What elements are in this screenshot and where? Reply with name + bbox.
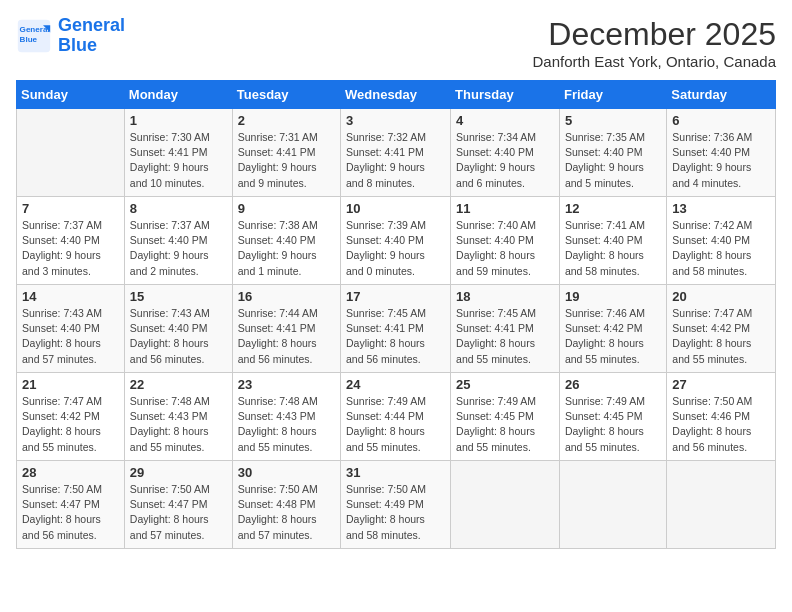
location-title: Danforth East York, Ontario, Canada <box>533 53 776 70</box>
calendar-cell <box>451 461 560 549</box>
day-info: Sunrise: 7:48 AM Sunset: 4:43 PM Dayligh… <box>130 394 227 455</box>
day-info: Sunrise: 7:45 AM Sunset: 4:41 PM Dayligh… <box>346 306 445 367</box>
day-number: 8 <box>130 201 227 216</box>
calendar-cell: 20Sunrise: 7:47 AM Sunset: 4:42 PM Dayli… <box>667 285 776 373</box>
day-info: Sunrise: 7:37 AM Sunset: 4:40 PM Dayligh… <box>130 218 227 279</box>
day-number: 29 <box>130 465 227 480</box>
day-number: 22 <box>130 377 227 392</box>
day-info: Sunrise: 7:37 AM Sunset: 4:40 PM Dayligh… <box>22 218 119 279</box>
day-number: 31 <box>346 465 445 480</box>
weekday-header-cell: Saturday <box>667 81 776 109</box>
calendar-cell: 29Sunrise: 7:50 AM Sunset: 4:47 PM Dayli… <box>124 461 232 549</box>
calendar-cell: 5Sunrise: 7:35 AM Sunset: 4:40 PM Daylig… <box>559 109 666 197</box>
calendar-cell: 15Sunrise: 7:43 AM Sunset: 4:40 PM Dayli… <box>124 285 232 373</box>
day-number: 4 <box>456 113 554 128</box>
day-number: 9 <box>238 201 335 216</box>
day-info: Sunrise: 7:32 AM Sunset: 4:41 PM Dayligh… <box>346 130 445 191</box>
day-number: 26 <box>565 377 661 392</box>
svg-text:Blue: Blue <box>20 35 38 44</box>
calendar-cell: 18Sunrise: 7:45 AM Sunset: 4:41 PM Dayli… <box>451 285 560 373</box>
day-info: Sunrise: 7:46 AM Sunset: 4:42 PM Dayligh… <box>565 306 661 367</box>
day-number: 1 <box>130 113 227 128</box>
calendar-cell: 28Sunrise: 7:50 AM Sunset: 4:47 PM Dayli… <box>17 461 125 549</box>
calendar-cell: 14Sunrise: 7:43 AM Sunset: 4:40 PM Dayli… <box>17 285 125 373</box>
day-info: Sunrise: 7:50 AM Sunset: 4:48 PM Dayligh… <box>238 482 335 543</box>
day-number: 17 <box>346 289 445 304</box>
calendar-week-row: 14Sunrise: 7:43 AM Sunset: 4:40 PM Dayli… <box>17 285 776 373</box>
day-number: 25 <box>456 377 554 392</box>
day-info: Sunrise: 7:38 AM Sunset: 4:40 PM Dayligh… <box>238 218 335 279</box>
day-number: 3 <box>346 113 445 128</box>
calendar-week-row: 28Sunrise: 7:50 AM Sunset: 4:47 PM Dayli… <box>17 461 776 549</box>
logo-text: General Blue <box>58 16 125 56</box>
weekday-header-cell: Sunday <box>17 81 125 109</box>
calendar-cell: 4Sunrise: 7:34 AM Sunset: 4:40 PM Daylig… <box>451 109 560 197</box>
day-number: 7 <box>22 201 119 216</box>
day-info: Sunrise: 7:47 AM Sunset: 4:42 PM Dayligh… <box>672 306 770 367</box>
day-info: Sunrise: 7:47 AM Sunset: 4:42 PM Dayligh… <box>22 394 119 455</box>
calendar-cell: 17Sunrise: 7:45 AM Sunset: 4:41 PM Dayli… <box>341 285 451 373</box>
calendar-cell: 19Sunrise: 7:46 AM Sunset: 4:42 PM Dayli… <box>559 285 666 373</box>
weekday-header-cell: Tuesday <box>232 81 340 109</box>
day-info: Sunrise: 7:50 AM Sunset: 4:46 PM Dayligh… <box>672 394 770 455</box>
weekday-header-cell: Friday <box>559 81 666 109</box>
calendar-cell: 6Sunrise: 7:36 AM Sunset: 4:40 PM Daylig… <box>667 109 776 197</box>
page-header: General Blue General Blue December 2025 … <box>16 16 776 70</box>
logo-icon: General Blue <box>16 18 52 54</box>
day-number: 18 <box>456 289 554 304</box>
day-number: 5 <box>565 113 661 128</box>
calendar-week-row: 21Sunrise: 7:47 AM Sunset: 4:42 PM Dayli… <box>17 373 776 461</box>
calendar-cell: 3Sunrise: 7:32 AM Sunset: 4:41 PM Daylig… <box>341 109 451 197</box>
day-info: Sunrise: 7:41 AM Sunset: 4:40 PM Dayligh… <box>565 218 661 279</box>
day-number: 10 <box>346 201 445 216</box>
day-info: Sunrise: 7:35 AM Sunset: 4:40 PM Dayligh… <box>565 130 661 191</box>
logo-line2: Blue <box>58 35 97 55</box>
day-info: Sunrise: 7:36 AM Sunset: 4:40 PM Dayligh… <box>672 130 770 191</box>
day-number: 30 <box>238 465 335 480</box>
title-area: December 2025 Danforth East York, Ontari… <box>533 16 776 70</box>
logo-line1: General <box>58 15 125 35</box>
calendar-cell: 27Sunrise: 7:50 AM Sunset: 4:46 PM Dayli… <box>667 373 776 461</box>
weekday-header-cell: Wednesday <box>341 81 451 109</box>
day-number: 12 <box>565 201 661 216</box>
day-number: 2 <box>238 113 335 128</box>
calendar-cell: 16Sunrise: 7:44 AM Sunset: 4:41 PM Dayli… <box>232 285 340 373</box>
calendar-cell: 25Sunrise: 7:49 AM Sunset: 4:45 PM Dayli… <box>451 373 560 461</box>
calendar-cell: 22Sunrise: 7:48 AM Sunset: 4:43 PM Dayli… <box>124 373 232 461</box>
day-info: Sunrise: 7:49 AM Sunset: 4:45 PM Dayligh… <box>565 394 661 455</box>
day-number: 21 <box>22 377 119 392</box>
calendar-cell <box>559 461 666 549</box>
day-info: Sunrise: 7:50 AM Sunset: 4:47 PM Dayligh… <box>22 482 119 543</box>
day-info: Sunrise: 7:43 AM Sunset: 4:40 PM Dayligh… <box>22 306 119 367</box>
day-number: 23 <box>238 377 335 392</box>
calendar-body: 1Sunrise: 7:30 AM Sunset: 4:41 PM Daylig… <box>17 109 776 549</box>
day-info: Sunrise: 7:48 AM Sunset: 4:43 PM Dayligh… <box>238 394 335 455</box>
calendar-cell: 7Sunrise: 7:37 AM Sunset: 4:40 PM Daylig… <box>17 197 125 285</box>
calendar-cell: 26Sunrise: 7:49 AM Sunset: 4:45 PM Dayli… <box>559 373 666 461</box>
day-info: Sunrise: 7:31 AM Sunset: 4:41 PM Dayligh… <box>238 130 335 191</box>
day-info: Sunrise: 7:30 AM Sunset: 4:41 PM Dayligh… <box>130 130 227 191</box>
calendar-table: SundayMondayTuesdayWednesdayThursdayFrid… <box>16 80 776 549</box>
day-info: Sunrise: 7:50 AM Sunset: 4:49 PM Dayligh… <box>346 482 445 543</box>
logo: General Blue General Blue <box>16 16 125 56</box>
day-info: Sunrise: 7:39 AM Sunset: 4:40 PM Dayligh… <box>346 218 445 279</box>
day-info: Sunrise: 7:34 AM Sunset: 4:40 PM Dayligh… <box>456 130 554 191</box>
calendar-cell: 10Sunrise: 7:39 AM Sunset: 4:40 PM Dayli… <box>341 197 451 285</box>
day-number: 28 <box>22 465 119 480</box>
calendar-week-row: 7Sunrise: 7:37 AM Sunset: 4:40 PM Daylig… <box>17 197 776 285</box>
day-number: 16 <box>238 289 335 304</box>
day-number: 13 <box>672 201 770 216</box>
weekday-header-cell: Monday <box>124 81 232 109</box>
day-number: 14 <box>22 289 119 304</box>
calendar-cell: 13Sunrise: 7:42 AM Sunset: 4:40 PM Dayli… <box>667 197 776 285</box>
calendar-cell: 24Sunrise: 7:49 AM Sunset: 4:44 PM Dayli… <box>341 373 451 461</box>
day-info: Sunrise: 7:44 AM Sunset: 4:41 PM Dayligh… <box>238 306 335 367</box>
day-info: Sunrise: 7:50 AM Sunset: 4:47 PM Dayligh… <box>130 482 227 543</box>
weekday-header-cell: Thursday <box>451 81 560 109</box>
calendar-cell: 11Sunrise: 7:40 AM Sunset: 4:40 PM Dayli… <box>451 197 560 285</box>
day-number: 6 <box>672 113 770 128</box>
calendar-cell <box>17 109 125 197</box>
day-number: 19 <box>565 289 661 304</box>
calendar-cell <box>667 461 776 549</box>
day-number: 11 <box>456 201 554 216</box>
